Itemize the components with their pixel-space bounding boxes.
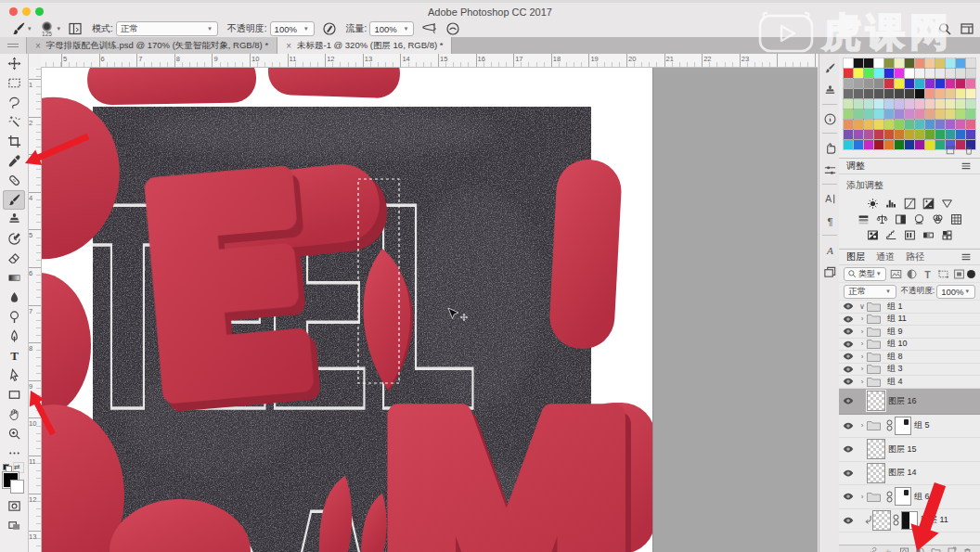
workspace-icon[interactable]: [960, 21, 974, 36]
curves-icon[interactable]: [904, 198, 916, 210]
layer-thumbnail[interactable]: [872, 510, 891, 531]
color-swatch[interactable]: [884, 69, 894, 78]
properties-icon[interactable]: [821, 161, 838, 178]
color-swatch[interactable]: [895, 89, 904, 98]
color-swatch[interactable]: [946, 58, 955, 68]
color-swatch[interactable]: [874, 140, 883, 149]
color-swatch[interactable]: [925, 140, 935, 149]
expand-caret[interactable]: ›: [858, 315, 867, 323]
color-swatch[interactable]: [966, 109, 975, 119]
color-swatch[interactable]: [884, 99, 894, 109]
filter-kind-select[interactable]: 类型 ▾: [844, 267, 886, 281]
layer-name[interactable]: 图层 11: [921, 514, 948, 526]
expand-caret[interactable]: ›: [858, 378, 867, 386]
color-swatch[interactable]: [895, 130, 904, 139]
expand-caret[interactable]: ›: [858, 421, 867, 430]
link-layers-icon[interactable]: [868, 546, 878, 552]
layer-row[interactable]: ›组 10: [839, 339, 980, 352]
color-swatch[interactable]: [905, 130, 914, 139]
chevron-down-icon[interactable]: ▾: [58, 25, 61, 32]
color-swatch[interactable]: [864, 120, 873, 129]
color-swatch[interactable]: [925, 58, 935, 68]
color-balance-icon[interactable]: [876, 213, 888, 225]
color-lookup-icon[interactable]: [950, 213, 962, 225]
color-swatch[interactable]: [966, 130, 975, 139]
expand-caret[interactable]: ›: [858, 327, 867, 336]
rectangle-shape-tool[interactable]: [3, 385, 25, 404]
color-swatch[interactable]: [864, 109, 873, 119]
color-swatch[interactable]: [884, 120, 894, 129]
layer-name[interactable]: 图层 14: [888, 467, 917, 479]
color-swatch[interactable]: [966, 120, 975, 129]
color-swatch[interactable]: [925, 109, 935, 119]
tab-layers[interactable]: 图层: [846, 250, 865, 263]
color-swatch[interactable]: [946, 89, 955, 98]
filter-type-layers-icon[interactable]: T: [922, 268, 934, 280]
color-swatch[interactable]: [844, 99, 853, 109]
delete-layer-icon[interactable]: [962, 546, 973, 552]
new-group-icon[interactable]: [931, 546, 941, 552]
layer-name[interactable]: 组 3: [887, 363, 903, 375]
layer-name[interactable]: 组 1: [887, 301, 903, 313]
eyedropper-tool[interactable]: [3, 151, 25, 171]
color-swatch[interactable]: [884, 79, 894, 88]
layer-style-icon[interactable]: fx: [883, 546, 894, 552]
color-swatch[interactable]: [915, 58, 924, 68]
document-tab-1[interactable]: × 字母排版配色训练.psd @ 170% (矢量智能对象, RGB/8) *: [27, 37, 277, 54]
blend-mode-select[interactable]: 正常▾: [116, 21, 218, 36]
smoothing-icon[interactable]: [445, 21, 460, 36]
gradient-tool[interactable]: [3, 268, 25, 288]
swap-colors-icon[interactable]: ⇄: [14, 463, 23, 472]
color-swatch[interactable]: [874, 58, 883, 68]
color-swatch[interactable]: [854, 58, 863, 68]
color-swatch[interactable]: [905, 58, 914, 68]
posterize-icon[interactable]: [885, 229, 897, 241]
color-swatch[interactable]: [915, 99, 924, 109]
color-swatch[interactable]: [905, 140, 914, 149]
color-swatch[interactable]: [946, 109, 955, 119]
add-mask-icon[interactable]: [899, 546, 909, 552]
color-swatch[interactable]: [895, 58, 904, 68]
tab-list-icon[interactable]: [0, 37, 27, 54]
color-swatch[interactable]: [956, 58, 965, 68]
layer-name[interactable]: 图层 15: [888, 443, 917, 456]
layer-name[interactable]: 组 11: [887, 313, 907, 325]
quick-mask-tool[interactable]: [3, 496, 25, 516]
filter-toggle[interactable]: [967, 270, 975, 278]
layer-thumbnail[interactable]: [867, 463, 885, 483]
glyphs-icon[interactable]: A: [821, 241, 838, 258]
color-swatch[interactable]: [925, 79, 935, 88]
color-swatch[interactable]: [935, 120, 945, 129]
chevron-down-icon[interactable]: ▾: [28, 25, 32, 32]
color-swatch[interactable]: [854, 99, 863, 109]
trash-icon[interactable]: [963, 145, 974, 156]
libraries-icon[interactable]: [821, 139, 838, 156]
color-swatch[interactable]: [844, 130, 853, 139]
layer-row[interactable]: 图层 11: [839, 509, 980, 533]
color-swatch[interactable]: [935, 130, 945, 139]
color-swatch[interactable]: [905, 79, 914, 88]
ruler-corner[interactable]: [28, 54, 42, 68]
brush-preset-icon[interactable]: [11, 21, 26, 36]
color-swatch[interactable]: [864, 140, 873, 149]
filter-shape-layers-icon[interactable]: [937, 268, 949, 280]
color-swatch[interactable]: [895, 69, 904, 78]
layer-row[interactable]: ›组 4: [839, 376, 980, 389]
color-swatch[interactable]: [905, 89, 914, 98]
magic-wand-tool[interactable]: [3, 112, 25, 132]
color-swatch[interactable]: [946, 79, 955, 88]
color-swatch[interactable]: [966, 99, 975, 109]
new-layer-icon[interactable]: [947, 546, 957, 552]
panel-menu-icon[interactable]: [960, 250, 973, 263]
color-swatch[interactable]: [874, 130, 883, 139]
color-swatch[interactable]: [935, 79, 945, 88]
airbrush-icon[interactable]: [421, 21, 436, 36]
color-swatch[interactable]: [956, 130, 965, 139]
photo-filter-icon[interactable]: [913, 213, 925, 225]
zoom-tool[interactable]: [3, 424, 25, 443]
path-selection-tool[interactable]: [3, 366, 25, 385]
move-tool[interactable]: [3, 54, 25, 73]
opacity-select[interactable]: 100%▾: [270, 21, 315, 36]
layer-thumbnail[interactable]: [867, 391, 885, 411]
color-swatch[interactable]: [956, 109, 965, 119]
